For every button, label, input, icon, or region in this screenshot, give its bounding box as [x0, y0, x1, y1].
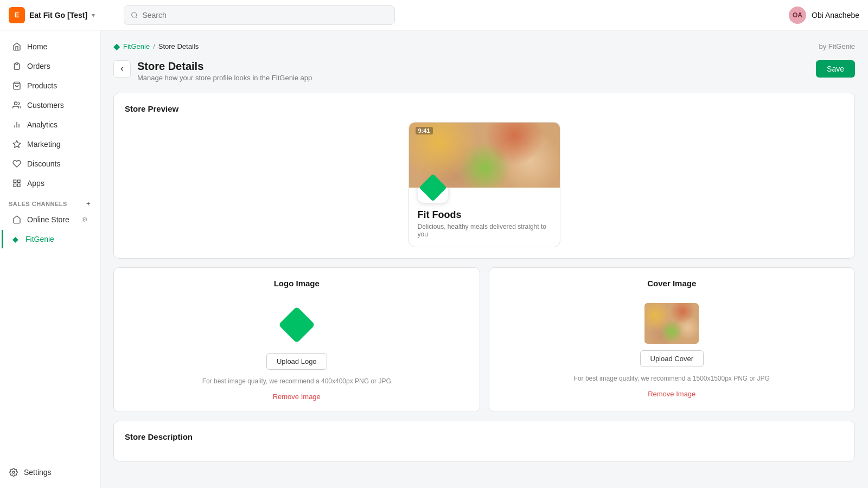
image-sections: Logo Image Upload Logo For best image qu… [113, 267, 855, 412]
products-label: Products [27, 81, 57, 90]
marketing-icon [12, 139, 22, 149]
user-name-label: Obi Anachebe [812, 11, 859, 20]
store-preview-title: Store Preview [125, 104, 844, 113]
sidebar-item-apps[interactable]: Apps [3, 174, 97, 192]
breadcrumb-separator: / [153, 42, 155, 50]
settings-label: Settings [24, 468, 52, 477]
online-store-settings-icon[interactable]: ⚙ [82, 216, 88, 223]
orders-label: Orders [27, 62, 50, 70]
cover-remove-link[interactable]: Remove Image [648, 390, 695, 398]
logo-diamond-large-wrap [284, 312, 310, 338]
logo-remove-link[interactable]: Remove Image [273, 393, 321, 401]
marketing-label: Marketing [27, 140, 60, 149]
home-label: Home [27, 42, 47, 51]
sidebar-item-customers[interactable]: Customers [3, 96, 97, 114]
fitgenie-label: FitGenie [25, 235, 54, 243]
app-body: Home Orders Products Customers Analytics [0, 30, 868, 488]
apps-icon [12, 178, 22, 188]
discounts-label: Discounts [27, 159, 60, 168]
topbar: E Eat Fit Go [Test] ▾ OA Obi Anachebe [0, 0, 868, 30]
sidebar-item-home[interactable]: Home [3, 37, 97, 56]
online-store-icon [12, 215, 22, 224]
cover-food-bg-visual [644, 303, 699, 344]
back-button[interactable] [113, 60, 131, 78]
preview-store-name: Fit Foods [418, 209, 551, 221]
avatar: OA [789, 7, 806, 24]
apps-label: Apps [27, 179, 44, 188]
sidebar-item-orders[interactable]: Orders [3, 57, 97, 75]
svg-rect-11 [14, 184, 16, 187]
discounts-icon [12, 159, 22, 169]
breadcrumb: ◆ FitGenie / Store Details by FitGenie [113, 41, 855, 52]
logo-image-card: Logo Image Upload Logo For best image qu… [113, 267, 480, 412]
topbar-right: OA Obi Anachebe [789, 7, 859, 24]
store-preview-phone-card: 9:41 Fit Foods Delicious, healthy meals … [409, 122, 560, 247]
page-header: Store Details Manage how your store prof… [113, 60, 855, 82]
analytics-label: Analytics [27, 120, 58, 129]
topbar-left: E Eat Fit Go [Test] ▾ [9, 7, 117, 23]
online-store-label: Online Store [27, 215, 69, 224]
svg-rect-9 [14, 180, 16, 183]
svg-point-4 [14, 102, 17, 105]
store-logo-icon: E [9, 7, 25, 23]
search-icon [131, 11, 138, 19]
store-preview-card: Store Preview 9:41 Fit Foods Delicious, … [113, 93, 855, 259]
page-title: Store Details [137, 60, 809, 73]
logo-placeholder [275, 303, 318, 346]
store-description-card: Store Description [113, 421, 855, 461]
svg-rect-2 [16, 63, 18, 65]
add-channel-icon[interactable]: ＋ [85, 200, 92, 208]
store-name: Eat Fit Go [Test] [29, 11, 87, 20]
search-input[interactable] [142, 11, 388, 20]
analytics-icon [12, 120, 22, 130]
sidebar-item-marketing[interactable]: Marketing [3, 135, 97, 153]
logo-diamond-wrap [423, 178, 443, 197]
logo-upload-hint: For best image quality, we recommend a 4… [202, 376, 391, 386]
sidebar-item-products[interactable]: Products [3, 76, 97, 95]
save-button[interactable]: Save [816, 60, 855, 78]
home-icon [12, 42, 22, 52]
sidebar-item-online-store[interactable]: Online Store ⚙ [3, 210, 97, 229]
by-fitgenie-label: by FitGenie [819, 42, 855, 50]
sidebar-item-settings[interactable]: Settings [0, 463, 100, 481]
customers-icon [12, 100, 22, 110]
page-title-block: Store Details Manage how your store prof… [137, 60, 809, 82]
cover-upload-hint: For best image quality, we recommend a 1… [574, 374, 770, 383]
upload-logo-button[interactable]: Upload Logo [266, 353, 327, 370]
preview-time: 9:41 [416, 127, 433, 134]
customers-label: Customers [27, 101, 64, 110]
preview-body: Fit Foods Delicious, healthy meals deliv… [409, 203, 560, 247]
settings-icon [9, 467, 18, 477]
orders-icon [12, 61, 22, 71]
sidebar: Home Orders Products Customers Analytics [0, 30, 100, 488]
preview-store-desc: Delicious, healthy meals delivered strai… [418, 223, 551, 238]
svg-marker-8 [13, 140, 20, 147]
svg-point-13 [12, 471, 15, 473]
page-subtitle: Manage how your store profile looks in t… [137, 74, 809, 82]
store-dropdown-icon[interactable]: ▾ [92, 11, 95, 19]
breadcrumb-fitgenie-link[interactable]: FitGenie [123, 42, 150, 50]
fitgenie-breadcrumb-icon: ◆ [113, 41, 120, 52]
sales-channels-section: SALES CHANNELS ＋ [0, 193, 100, 210]
fitgenie-icon: ◆ [10, 234, 20, 244]
cover-image-card: Cover Image Upload Cover For best image … [489, 267, 856, 412]
svg-point-0 [132, 12, 137, 17]
cover-image-thumbnail [644, 303, 699, 344]
svg-rect-12 [17, 184, 20, 187]
upload-cover-button[interactable]: Upload Cover [640, 350, 704, 367]
logo-diamond-large-icon [278, 306, 315, 343]
svg-rect-10 [17, 180, 20, 183]
sidebar-item-analytics[interactable]: Analytics [3, 115, 97, 134]
store-description-title: Store Description [125, 432, 844, 441]
main-content: ◆ FitGenie / Store Details by FitGenie S… [100, 30, 868, 488]
sales-channels-title: SALES CHANNELS [9, 201, 67, 207]
search-bar[interactable] [124, 5, 395, 25]
sidebar-item-discounts[interactable]: Discounts [3, 155, 97, 173]
cover-image-title: Cover Image [647, 279, 696, 288]
breadcrumb-current: Store Details [158, 42, 199, 50]
logo-image-title: Logo Image [274, 279, 320, 288]
svg-line-1 [136, 16, 137, 17]
products-icon [12, 81, 22, 91]
sidebar-item-fitgenie[interactable]: ◆ FitGenie [2, 230, 97, 248]
